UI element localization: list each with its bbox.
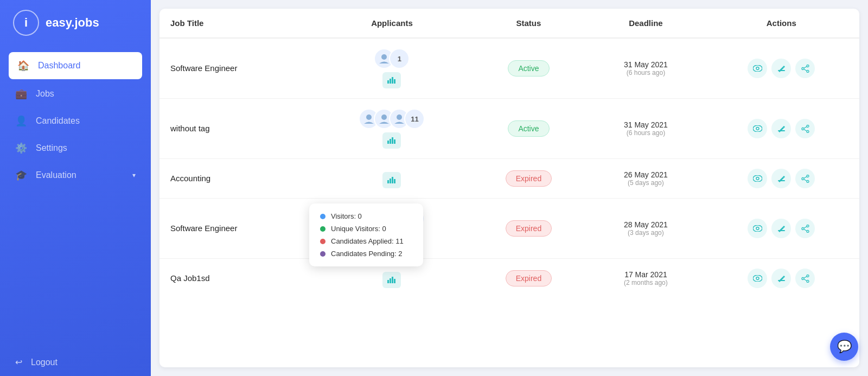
logo-area: i easy.jobs (0, 0, 151, 46)
jobs-table-container: Job Title Applicants Status Deadline Act… (159, 9, 859, 367)
svg-rect-58 (394, 279, 395, 283)
svg-point-48 (756, 227, 759, 230)
sidebar-item-candidates[interactable]: 👤 Candidates (0, 107, 151, 135)
view-button[interactable] (748, 59, 767, 78)
edit-button[interactable] (771, 169, 791, 188)
job-title: Qa Job1sd (170, 273, 210, 283)
dot-blue (320, 214, 326, 219)
svg-line-65 (804, 276, 807, 278)
deadline-date: 28 May 2021 (599, 220, 692, 229)
svg-rect-29 (390, 179, 391, 183)
applicant-count: 11 (404, 109, 425, 129)
svg-rect-16 (387, 141, 389, 144)
svg-point-21 (756, 128, 759, 130)
stats-button[interactable] (382, 132, 401, 149)
view-button[interactable] (748, 119, 767, 138)
view-button[interactable] (748, 219, 767, 238)
applicants-cell: 11 (315, 99, 469, 159)
svg-point-13 (366, 114, 372, 120)
svg-line-38 (804, 176, 807, 178)
deadline-ago: (5 days ago) (599, 179, 692, 187)
svg-point-50 (807, 225, 809, 227)
share-button[interactable] (795, 269, 815, 288)
status-cell: Expired (469, 259, 588, 298)
svg-point-62 (807, 275, 809, 277)
svg-line-27 (804, 129, 807, 131)
stats-button[interactable] (382, 172, 401, 188)
tooltip-candidates-pending-label: Candidates Pending: 2 (331, 250, 403, 258)
svg-rect-56 (390, 278, 391, 283)
applicants-tooltip: Visitors: 0 Unique Visitors: 0 Candidate… (309, 203, 423, 266)
main-nav: 🏠 Dashboard 💼 Jobs 👤 Candidates ⚙️ Setti… (0, 46, 151, 348)
svg-point-51 (807, 230, 809, 232)
deadline-cell: 31 May 2021 (6 hours ago) (588, 99, 703, 159)
logout-button[interactable]: ↩ Logout (0, 348, 151, 376)
edit-button[interactable] (771, 119, 791, 138)
svg-rect-57 (392, 277, 393, 283)
deadline-cell: 17 Mar 2021 (2 months ago) (588, 259, 703, 298)
svg-rect-4 (394, 79, 395, 84)
sidebar-item-label: Jobs (36, 89, 54, 99)
edit-button[interactable] (771, 219, 791, 238)
svg-point-6 (756, 67, 759, 70)
sidebar-item-label: Dashboard (38, 61, 80, 71)
chat-button[interactable]: 💬 (830, 333, 858, 361)
svg-rect-1 (387, 80, 389, 84)
svg-point-25 (802, 128, 804, 130)
table-row: Qa Job1sd Expired 17 Mar 2021 (2 months … (159, 259, 859, 298)
status-cell: Active (469, 38, 588, 99)
share-button[interactable] (795, 219, 815, 238)
svg-point-63 (807, 280, 809, 282)
svg-point-52 (802, 227, 804, 230)
applicant-count: 1 (389, 48, 410, 69)
view-button[interactable] (748, 169, 767, 188)
sidebar-item-dashboard[interactable]: 🏠 Dashboard (9, 52, 142, 79)
job-title: Software Engineer (170, 224, 237, 233)
sidebar-item-settings[interactable]: ⚙️ Settings (0, 135, 151, 162)
share-button[interactable] (795, 59, 815, 78)
svg-point-32 (753, 175, 762, 182)
jobs-icon: 💼 (15, 88, 27, 100)
share-button[interactable] (795, 169, 815, 188)
dot-red (320, 239, 326, 244)
tooltip-candidates-pending: Candidates Pending: 2 (320, 250, 412, 258)
edit-button[interactable] (771, 269, 791, 288)
dot-purple (320, 251, 326, 257)
deadline-ago: (6 hours ago) (599, 69, 692, 77)
status-cell: Expired (469, 159, 588, 199)
tooltip-candidates-applied: Candidates Applied: 11 (320, 237, 412, 245)
actions-cell (703, 159, 859, 199)
applicants-cell: 1 (315, 38, 469, 99)
svg-rect-17 (390, 139, 391, 144)
logo-icon: i (13, 10, 39, 36)
stats-button[interactable] (382, 272, 401, 288)
svg-point-24 (807, 130, 809, 132)
logo-text: easy.jobs (46, 16, 99, 30)
job-title: without tag (170, 124, 210, 133)
deadline-date: 31 May 2021 (599, 60, 692, 69)
svg-rect-2 (390, 79, 391, 84)
sidebar-item-evaluation[interactable]: 🎓 Evaluation ▾ (0, 162, 151, 189)
svg-point-10 (802, 67, 804, 69)
edit-button[interactable] (771, 59, 791, 78)
svg-point-8 (807, 65, 809, 67)
table-row: Software Engineer 6 Expired 28 May 2021 … (159, 199, 859, 259)
stats-button[interactable] (382, 72, 401, 88)
table-row: without tag 11 Active 31 May 2021 (6 hou… (159, 99, 859, 159)
sidebar-item-label: Settings (36, 143, 67, 153)
jobs-table: Job Title Applicants Status Deadline Act… (159, 9, 859, 298)
actions-cell (703, 38, 859, 99)
share-button[interactable] (795, 119, 815, 138)
svg-line-53 (804, 226, 807, 228)
candidates-icon: 👤 (15, 115, 27, 127)
deadline-cell: 28 May 2021 (3 days ago) (588, 199, 703, 259)
applicants-cell (315, 159, 469, 199)
sidebar-item-jobs[interactable]: 💼 Jobs (0, 80, 151, 107)
status-badge: Expired (506, 170, 552, 187)
table-row: Software Engineer 1 Active 31 May 2021 (… (159, 38, 859, 99)
deadline-date: 26 May 2021 (599, 170, 692, 179)
svg-rect-55 (387, 280, 389, 283)
svg-line-12 (804, 69, 807, 71)
table-row: Accounting Expired 26 May 2021 (5 days a… (159, 159, 859, 199)
view-button[interactable] (748, 269, 767, 288)
